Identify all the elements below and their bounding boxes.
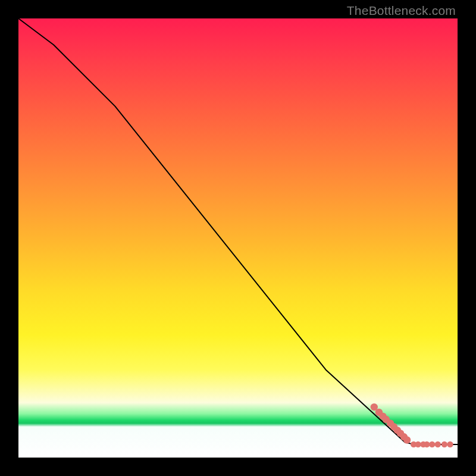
data-point bbox=[441, 441, 447, 447]
data-point bbox=[435, 441, 441, 447]
watermark-text: TheBottleneck.com bbox=[347, 4, 456, 18]
scatter-flat bbox=[411, 441, 453, 447]
data-point bbox=[403, 436, 411, 443]
data-point bbox=[429, 441, 435, 447]
scatter-slope bbox=[371, 403, 411, 444]
chart-overlay bbox=[18, 18, 458, 458]
data-point bbox=[447, 441, 453, 447]
line-curve bbox=[18, 18, 458, 444]
data-point bbox=[424, 441, 430, 447]
chart-stage: TheBottleneck.com bbox=[0, 0, 476, 476]
